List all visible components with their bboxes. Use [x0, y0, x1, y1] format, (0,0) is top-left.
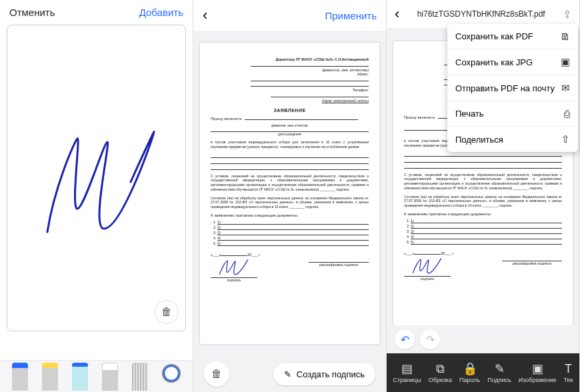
add-button[interactable]: Добавить — [139, 7, 183, 18]
bottom-toolbar: ▤Страницы ⧉Обрезка 🔒Пароль ✎Подпись ▣Изо… — [387, 353, 579, 392]
crop-icon: ⧉ — [436, 363, 445, 375]
color-picker[interactable] — [162, 364, 181, 383]
doc-title: ЗАЯВЛЕНИЕ — [211, 108, 369, 113]
filename: hi76tzTGSDYNTbHKfNRz8sBkT.pdf — [406, 9, 556, 19]
menu-print[interactable]: Печать⎙ — [447, 101, 578, 127]
apply-button[interactable]: Применить — [325, 10, 377, 21]
delete-signature-button[interactable]: 🗑 — [155, 300, 179, 324]
trash-icon: 🗑 — [211, 368, 222, 380]
image-icon: ▣ — [561, 56, 570, 68]
tab-image[interactable]: ▣Изображение — [519, 363, 557, 383]
share-icon: ⇧ — [561, 133, 570, 145]
trash-icon: 🗑 — [161, 306, 172, 318]
menu-send-mail[interactable]: Отправить PDF на почту✉ — [447, 75, 578, 101]
lock-icon: 🔒 — [463, 363, 477, 375]
redo-icon: ↷ — [426, 333, 435, 346]
pdf-icon: 🗎 — [560, 31, 570, 42]
pages-icon: ▤ — [401, 363, 413, 375]
marker-tool[interactable] — [72, 363, 88, 391]
sign-icon: ✎ — [495, 363, 505, 375]
tab-pages[interactable]: ▤Страницы — [393, 363, 421, 383]
ruler-tool[interactable] — [132, 363, 148, 391]
delete-button[interactable]: 🗑 — [204, 361, 229, 387]
document-page[interactable]: Директору ЛГ МАОУ «СОШ №3» С.Н.Котовщико… — [200, 43, 379, 344]
menu-save-pdf[interactable]: Сохранить как PDF🗎 — [447, 24, 578, 49]
text-icon: T — [565, 363, 572, 375]
tab-text[interactable]: TТек — [563, 363, 573, 383]
tab-password[interactable]: 🔒Пароль — [459, 363, 480, 383]
print-icon: ⎙ — [564, 108, 570, 119]
back-button[interactable]: ‹ — [203, 7, 207, 24]
tab-sign[interactable]: ✎Подпись — [487, 363, 511, 383]
highlighter-tool[interactable] — [42, 363, 58, 391]
doc-header: Директору ЛГ МАОУ «СОШ №3» С.Н.Котовщико… — [271, 57, 369, 61]
drawing-toolbar — [0, 360, 193, 392]
create-signature-button[interactable]: ✎ Создать подпись — [273, 363, 375, 385]
undo-icon: ↶ — [401, 333, 409, 346]
image-icon: ▣ — [532, 363, 543, 375]
placed-signature — [217, 258, 251, 277]
redo-button[interactable]: ↷ — [420, 329, 440, 349]
export-button[interactable]: ⇪ — [563, 8, 571, 21]
pen-icon: ✎ — [284, 369, 291, 379]
signature-canvas[interactable]: 🗑 — [7, 25, 186, 331]
mail-icon: ✉ — [561, 82, 570, 94]
export-menu: Сохранить как PDF🗎 Сохранить как JPG▣ От… — [447, 24, 578, 152]
eraser-tool[interactable] — [102, 363, 118, 391]
tab-crop[interactable]: ⧉Обрезка — [429, 363, 452, 383]
placed-signature — [411, 257, 444, 275]
pen-tool[interactable] — [12, 363, 28, 391]
cancel-button[interactable]: Отменить — [9, 7, 55, 18]
signature-drawing — [41, 129, 161, 235]
menu-share[interactable]: Поделиться⇧ — [447, 127, 578, 152]
undo-button[interactable]: ↶ — [395, 329, 415, 349]
menu-save-jpg[interactable]: Сохранить как JPG▣ — [447, 49, 578, 75]
back-button[interactable]: ‹ — [395, 5, 399, 23]
